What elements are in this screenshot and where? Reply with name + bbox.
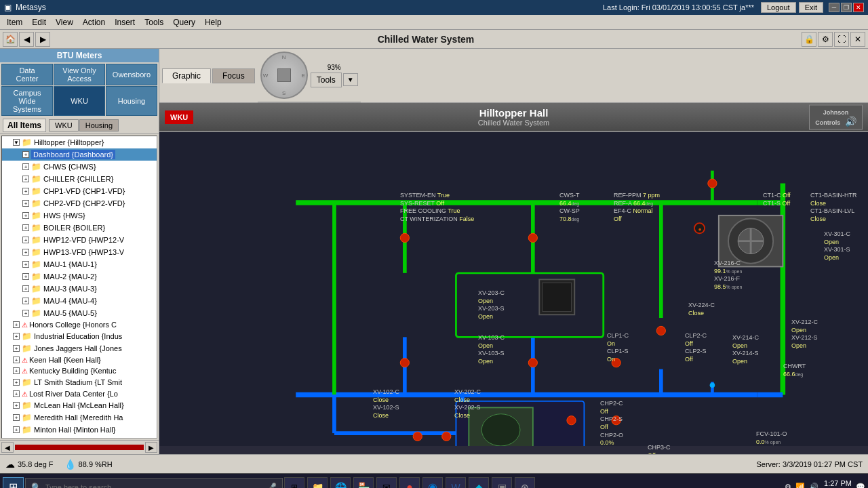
tree-item-chp1vfd[interactable]: + 📁 CHP1-VFD {CHP1-VFD} xyxy=(2,185,157,197)
expand-icon[interactable]: + xyxy=(13,321,20,328)
logout-button[interactable]: Logout xyxy=(761,2,796,13)
task-app2[interactable]: ▣ xyxy=(492,477,512,489)
expand-icon[interactable]: + xyxy=(22,176,29,182)
expand-icon[interactable]: + xyxy=(13,333,20,340)
expand-icon[interactable]: + xyxy=(13,357,20,363)
microphone-icon[interactable]: 🎤 xyxy=(267,483,277,489)
expand-icon[interactable]: + xyxy=(13,402,20,409)
tree-item-indus-ed[interactable]: + 📁 Industrial Education {Indus xyxy=(2,330,157,342)
loc-wku[interactable]: WKU xyxy=(54,86,105,116)
toolbar-fullscreen[interactable]: ⛶ xyxy=(834,32,849,47)
tree-item-mmth[interactable]: + 📁 MMTH {MMTH} xyxy=(2,436,157,439)
loc-campus-wide[interactable]: Campus Wide Systems xyxy=(1,86,53,116)
task-store[interactable]: 🏪 xyxy=(353,477,374,489)
expand-icon[interactable]: + xyxy=(22,163,29,170)
tree-item-mau1[interactable]: + 📁 MAU-1 {MAU-1} xyxy=(2,258,157,270)
toolbar-settings[interactable]: ⚙ xyxy=(818,32,833,47)
menu-item-query[interactable]: Query xyxy=(169,16,199,28)
expand-icon[interactable]: + xyxy=(13,426,20,433)
tab-focus[interactable]: Focus xyxy=(212,68,255,83)
tree-item-keen-hall[interactable]: + ⚠ Keen Hall {Keen Hall} xyxy=(2,354,157,365)
tree-item-hwp12[interactable]: + 📁 HWP12-VFD {HWP12-V xyxy=(2,234,157,246)
menu-item-tools[interactable]: Tools xyxy=(140,16,167,28)
toolbar-forward[interactable]: ▶ xyxy=(35,32,50,47)
tree-item-mau5[interactable]: + 📁 MAU-5 {MAU-5} xyxy=(2,307,157,319)
search-input[interactable] xyxy=(45,483,262,489)
expand-icon[interactable]: + xyxy=(13,345,20,352)
tray-sound-icon[interactable]: 🔊 xyxy=(809,483,818,488)
loc-data-center[interactable]: Data Center xyxy=(1,64,53,85)
expand-icon[interactable]: + xyxy=(22,249,29,256)
menu-item-view[interactable]: View xyxy=(52,16,77,28)
tree-item-chiller[interactable]: + 📁 CHILLER {CHILLER} xyxy=(2,173,157,185)
loc-housing[interactable]: Housing xyxy=(106,86,157,116)
tools-arrow-button[interactable]: ▼ xyxy=(343,73,358,86)
expand-icon[interactable]: + xyxy=(22,261,29,268)
restore-button[interactable]: ❐ xyxy=(841,3,852,12)
tree-item-honors[interactable]: + ⚠ Honors College {Honors C xyxy=(2,319,157,330)
task-file-explorer[interactable]: 📁 xyxy=(307,477,328,489)
tray-settings-icon[interactable]: ⚙ xyxy=(785,483,791,488)
expand-icon[interactable]: + xyxy=(13,379,20,386)
tree-item-lt-smith[interactable]: + 📁 LT Smith Stadium {LT Smit xyxy=(2,376,157,388)
expand-icon[interactable]: + xyxy=(22,200,29,207)
tree-item-mau3[interactable]: + 📁 MAU-3 {MAU-3} xyxy=(2,283,157,295)
expand-icon[interactable]: + xyxy=(22,212,29,219)
tree-item-mclean[interactable]: + 📁 McLean Hall {McLean Hall} xyxy=(2,399,157,411)
minimize-button[interactable]: ─ xyxy=(829,3,840,12)
menu-item-edit[interactable]: Edit xyxy=(28,16,50,28)
tree-item-dashboard[interactable]: + Dashboard {Dashboard} xyxy=(2,148,157,161)
expand-icon[interactable]: + xyxy=(22,285,29,292)
expand-icon[interactable]: ▼ xyxy=(13,139,20,146)
toolbar-close-panel[interactable]: ✕ xyxy=(850,32,865,47)
expand-icon[interactable]: + xyxy=(22,224,29,231)
tools-button[interactable]: Tools xyxy=(311,73,342,87)
expand-icon[interactable]: + xyxy=(22,188,29,195)
tree-item-mau4[interactable]: + 📁 MAU-4 {MAU-4} xyxy=(2,295,157,307)
menu-item-action[interactable]: Action xyxy=(79,16,109,28)
expand-icon[interactable]: + xyxy=(22,298,29,304)
task-word[interactable]: W xyxy=(446,477,466,489)
close-button[interactable]: ✕ xyxy=(853,3,864,12)
exit-button[interactable]: Exit xyxy=(799,2,823,13)
tree-scroll-left[interactable]: ◀ xyxy=(1,442,14,453)
tree-item-chp2vfd[interactable]: + 📁 CHP2-VFD {CHP2-VFD} xyxy=(2,197,157,209)
tree-item-mau2[interactable]: + 📁 MAU-2 {MAU-2} xyxy=(2,270,157,283)
task-edge[interactable]: 🌐 xyxy=(330,477,351,489)
menu-item-item[interactable]: Item xyxy=(3,16,26,28)
all-items-button[interactable]: All Items xyxy=(3,119,46,132)
tree-item-hws[interactable]: + 📁 HWS {HWS} xyxy=(2,209,157,222)
compass-center[interactable] xyxy=(277,68,291,82)
compass[interactable]: N S W E xyxy=(260,52,308,99)
expand-icon[interactable]: + xyxy=(22,273,29,280)
expand-icon[interactable]: + xyxy=(22,237,29,243)
tree-scroll-right[interactable]: ▶ xyxy=(145,442,157,453)
tree-item-jones-jaggers[interactable]: + 📁 Jones Jaggers Hall {Jones xyxy=(2,342,157,354)
toolbar-home[interactable]: 🏠 xyxy=(3,32,18,47)
loc-view-only[interactable]: View Only Access xyxy=(54,64,105,85)
expand-icon[interactable]: + xyxy=(13,390,20,397)
tree-item-hilltopper[interactable]: ▼ 📁 Hilltopper {Hilltopper} xyxy=(2,136,157,148)
expand-icon[interactable]: + xyxy=(13,367,20,374)
tray-network-icon[interactable]: 📶 xyxy=(795,483,805,488)
expand-icon[interactable]: + xyxy=(13,414,20,421)
task-app3[interactable]: ⊛ xyxy=(515,477,535,489)
tree-item-chws[interactable]: + 📁 CHWS {CHWS} xyxy=(2,161,157,173)
expand-icon[interactable]: + xyxy=(22,310,29,317)
tray-notification-icon[interactable]: 💬 xyxy=(856,483,865,488)
tab-housing[interactable]: Housing xyxy=(79,119,119,131)
tree-item-kentucky[interactable]: + ⚠ Kentucky Building {Kentuc xyxy=(2,365,157,376)
toolbar-lock[interactable]: 🔒 xyxy=(802,32,816,47)
menu-item-help[interactable]: Help xyxy=(201,16,226,28)
task-cortana[interactable]: ⊞ xyxy=(284,477,304,489)
menu-item-insert[interactable]: Insert xyxy=(111,16,139,28)
tree-item-lost-river[interactable]: + ⚠ Lost River Data Center {Lo xyxy=(2,388,157,399)
task-chrome[interactable]: ● xyxy=(399,477,420,489)
tree-item-minton[interactable]: + 📁 Minton Hall {Minton Hall} xyxy=(2,424,157,436)
tree-item-meredith[interactable]: + 📁 Meredith Hall {Meredith Ha xyxy=(2,411,157,424)
task-app1[interactable]: ◆ xyxy=(469,477,489,489)
task-mail[interactable]: ✉ xyxy=(376,477,397,489)
tree-item-hwp13[interactable]: + 📁 HWP13-VFD {HWP13-V xyxy=(2,246,157,258)
expand-icon[interactable]: + xyxy=(22,151,29,158)
loc-owensboro[interactable]: Owensboro xyxy=(106,64,157,85)
